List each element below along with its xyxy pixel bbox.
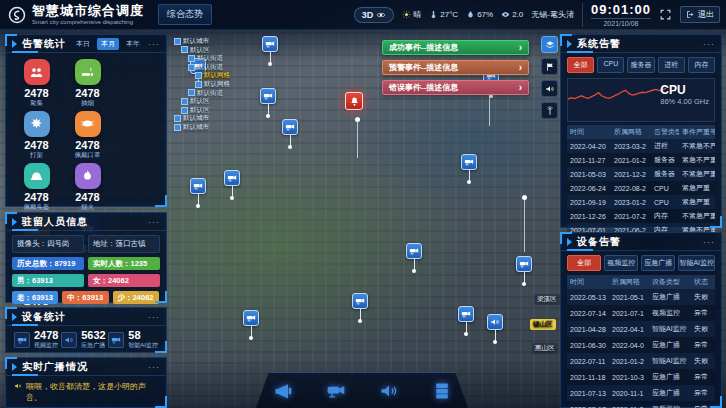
map-marker[interactable] xyxy=(243,310,259,340)
personnel-stat-bar: 实时人数：1235 xyxy=(88,257,160,270)
rail-button[interactable] xyxy=(541,80,558,97)
device-alarm-row[interactable]: 2022-07-14 2021-07-1 视频监控 异常 xyxy=(567,305,715,321)
system-alarm-row[interactable]: 2021-11-27 2021-01-2 服务器 紧急不严重 xyxy=(567,153,715,167)
more-button[interactable]: ··· xyxy=(148,39,160,49)
alarm-count: 2478 xyxy=(14,191,59,203)
more-button[interactable]: ··· xyxy=(703,237,715,247)
alarm-tile[interactable]: 2478 佩戴口罩 xyxy=(65,111,110,159)
logout-button[interactable]: 退出 xyxy=(680,6,720,23)
device-alarm-row[interactable]: 2022-05-13 2021-05-1 应急广播 失败 xyxy=(567,289,715,305)
map-marker[interactable] xyxy=(352,293,368,323)
alarm-stats-tab[interactable]: 本年 xyxy=(122,38,144,50)
device-alarm-row[interactable]: 2021-04-28 2022-04-1 智能AI监控 失败 xyxy=(567,321,715,337)
system-alarm-tab[interactable]: CPU xyxy=(597,57,624,73)
marker-foot-dot xyxy=(249,336,253,340)
map-marker[interactable] xyxy=(262,36,278,66)
map-marker[interactable] xyxy=(458,306,474,336)
layer-tree-item[interactable]: 默认网格 xyxy=(195,80,230,89)
map-marker[interactable] xyxy=(406,243,422,273)
event-toast[interactable]: 成功事件--描述信息 › xyxy=(382,40,529,55)
system-alarm-tab[interactable]: 服务器 xyxy=(627,57,654,73)
device-stat[interactable]: 58 智能AI监控 xyxy=(108,330,158,350)
layer-tree-item[interactable]: 默认网格 xyxy=(195,71,230,80)
device-alarm-tab[interactable]: 智能AI监控 xyxy=(678,255,715,271)
alarm-tile[interactable]: 2478 烟火 xyxy=(65,163,110,211)
map-marker[interactable] xyxy=(516,256,532,286)
map-marker[interactable] xyxy=(260,88,276,118)
system-alarm-row[interactable]: 2022-04-20 2023-03-2 进程 不紧急不严重 xyxy=(567,139,715,153)
cell-type: 内存 xyxy=(651,211,679,221)
device-alarm-row[interactable]: 2021-06-30 2022-04-0 应急广播 异常 xyxy=(567,337,715,353)
view-3d-toggle[interactable]: 3D xyxy=(354,7,395,23)
alarm-stats-tab[interactable]: 本月 xyxy=(97,38,119,50)
device-stat[interactable]: 2478 视频监控 xyxy=(14,330,58,350)
device-alarm-row[interactable]: 2022-02-17 2020-11-2 视频监控 异常 xyxy=(567,401,715,408)
marker-foot-dot xyxy=(268,62,272,66)
marker-box xyxy=(260,88,276,104)
panel-device-alarms: 设备告警 ··· 全部视频监控应急广播智能AI监控 时间 所属网格 设备类型 状… xyxy=(560,232,722,408)
panel-arrow-icon xyxy=(12,218,17,226)
district-label[interactable]: 锡山区 xyxy=(530,319,556,330)
system-alarm-tab[interactable]: 内存 xyxy=(688,57,715,73)
map-marker[interactable] xyxy=(487,314,503,344)
toolbar-button[interactable] xyxy=(270,378,296,404)
device-alarm-row[interactable]: 2021-07-13 2020-11-1 应急广播 异常 xyxy=(567,385,715,401)
cell-grid: 2023-03-2 xyxy=(611,143,651,150)
map-marker[interactable] xyxy=(461,154,477,184)
device-alarm-tab[interactable]: 应急广播 xyxy=(641,255,675,271)
map-marker[interactable] xyxy=(282,119,298,149)
more-button[interactable]: ··· xyxy=(148,217,160,227)
active-alarm-marker[interactable] xyxy=(343,90,365,112)
layer-tree-item[interactable]: 默认城市 xyxy=(174,123,230,132)
more-button[interactable]: ··· xyxy=(703,39,715,49)
device-alarm-row[interactable]: 2022-07-11 2021-01-2 智能AI监控 失败 xyxy=(567,353,715,369)
alarm-tile-icon-box xyxy=(75,163,101,189)
map-marker[interactable] xyxy=(224,170,240,200)
alarm-tile[interactable]: 2478 打架 xyxy=(14,111,59,159)
toolbar-button[interactable] xyxy=(323,378,349,404)
tab-overview[interactable]: 综合态势 xyxy=(158,4,212,25)
alarm-type-icon xyxy=(29,65,44,80)
layer-tree-item[interactable]: 默认街道 xyxy=(188,89,230,98)
device-alarm-row[interactable]: 2021-11-18 2021-10-3 应急广播 异常 xyxy=(567,369,715,385)
system-alarm-row[interactable]: 2021-09-19 2023-01-2 CPU 紧急严重 xyxy=(567,195,715,209)
alarm-tile[interactable]: 2478 聚集 xyxy=(14,59,59,107)
layer-tree-item[interactable]: 默认城市 xyxy=(174,37,230,46)
device-alarm-tab[interactable]: 视频监控 xyxy=(604,255,638,271)
system-alarm-row[interactable]: 2021-12-26 2021-07-2 内存 不紧急严重 xyxy=(567,209,715,223)
layer-tree-item[interactable]: 默认城市 xyxy=(174,114,230,123)
cell-severity: 不紧急不严重 xyxy=(679,141,715,151)
rail-button[interactable] xyxy=(541,102,558,119)
district-label[interactable]: 惠山区 xyxy=(532,343,558,354)
more-button[interactable]: ··· xyxy=(148,362,160,372)
dashboard: 智慧城市综合调度 Smart city comprehensive dispat… xyxy=(0,0,726,408)
system-alarm-tab[interactable]: 进程 xyxy=(658,57,685,73)
map-marker[interactable] xyxy=(190,178,206,208)
system-alarm-row[interactable]: 2022-06-24 2022-08-2 CPU 紧急严重 xyxy=(567,181,715,195)
toolbar-button[interactable] xyxy=(376,378,402,404)
system-alarm-table: 时间 所属网格 告警类型 事件严重等级 2022-04-20 2023-03-2… xyxy=(567,125,715,237)
system-alarm-row[interactable]: 2021-05-03 2021-12-2 服务器 不紧急严重 xyxy=(567,167,715,181)
panel-device-stats: 设备统计 ··· 2478 视频监控 5632 应急广播 xyxy=(5,307,167,353)
alarm-tile[interactable]: 2478 抽烟 xyxy=(65,59,110,107)
device-alarm-tab[interactable]: 全部 xyxy=(567,255,601,271)
col-grid: 所属网格 xyxy=(609,277,649,287)
alarm-tile[interactable]: 2478 佩戴头盔 xyxy=(14,163,59,211)
system-alarm-tab[interactable]: 全部 xyxy=(567,57,594,73)
district-label[interactable]: 梁溪区 xyxy=(534,294,560,305)
fullscreen-icon[interactable] xyxy=(659,8,672,21)
device-stat[interactable]: 5632 应急广播 xyxy=(61,330,105,350)
rail-button[interactable] xyxy=(541,58,558,75)
alarm-stats-tab[interactable]: 本日 xyxy=(72,38,94,50)
layer-tree-item[interactable]: 默认街道 xyxy=(188,54,230,63)
marker-box xyxy=(458,306,474,322)
layer-tree-item[interactable]: 默认区 xyxy=(181,46,230,55)
event-toast[interactable]: 预警事件--描述信息 › xyxy=(382,60,529,75)
marker-icon xyxy=(285,122,295,132)
more-button[interactable]: ··· xyxy=(148,312,160,322)
event-toast[interactable]: 错误事件--描述信息 › xyxy=(382,80,529,95)
toolbar-button[interactable] xyxy=(429,378,455,404)
panel-title: 驻留人员信息 xyxy=(22,215,88,229)
layer-tree-item[interactable]: 默认区 xyxy=(181,97,230,106)
rail-button[interactable] xyxy=(541,36,558,53)
